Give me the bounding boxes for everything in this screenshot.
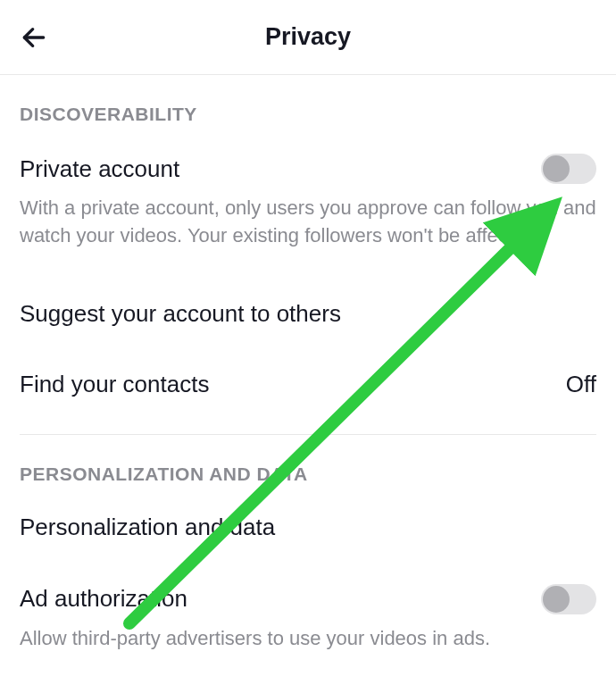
toggle-private-account[interactable]	[541, 154, 596, 184]
content: DISCOVERABILITY Private account With a p…	[0, 104, 616, 652]
row-ad-authorization[interactable]: Ad authorization	[20, 584, 596, 623]
desc-ad-authorization: Allow third-party advertisers to use you…	[20, 625, 596, 653]
row-private-account[interactable]: Private account	[20, 141, 596, 193]
value-find-contacts: Off	[566, 371, 596, 398]
desc-private-account: With a private account, only users you a…	[20, 195, 596, 250]
header-bar: Privacy	[0, 0, 616, 75]
toggle-knob	[543, 155, 570, 182]
back-button[interactable]	[20, 23, 48, 52]
label-ad-authorization: Ad authorization	[20, 585, 187, 613]
label-suggest-account: Suggest your account to others	[20, 300, 341, 328]
row-personalization-data[interactable]: Personalization and data	[20, 501, 596, 550]
divider	[20, 434, 596, 435]
toggle-ad-authorization[interactable]	[541, 584, 596, 614]
toggle-knob	[543, 586, 570, 613]
label-private-account: Private account	[20, 155, 179, 183]
section-header-discoverability: DISCOVERABILITY	[20, 104, 596, 125]
section-header-personalization: PERSONALIZATION AND DATA	[20, 464, 596, 485]
page-title: Privacy	[265, 23, 351, 51]
label-find-contacts: Find your contacts	[20, 371, 209, 398]
arrow-left-icon	[20, 23, 48, 52]
row-find-contacts[interactable]: Find your contacts Off	[20, 371, 596, 407]
label-personalization-data: Personalization and data	[20, 514, 275, 541]
row-suggest-account[interactable]: Suggest your account to others	[20, 300, 596, 337]
